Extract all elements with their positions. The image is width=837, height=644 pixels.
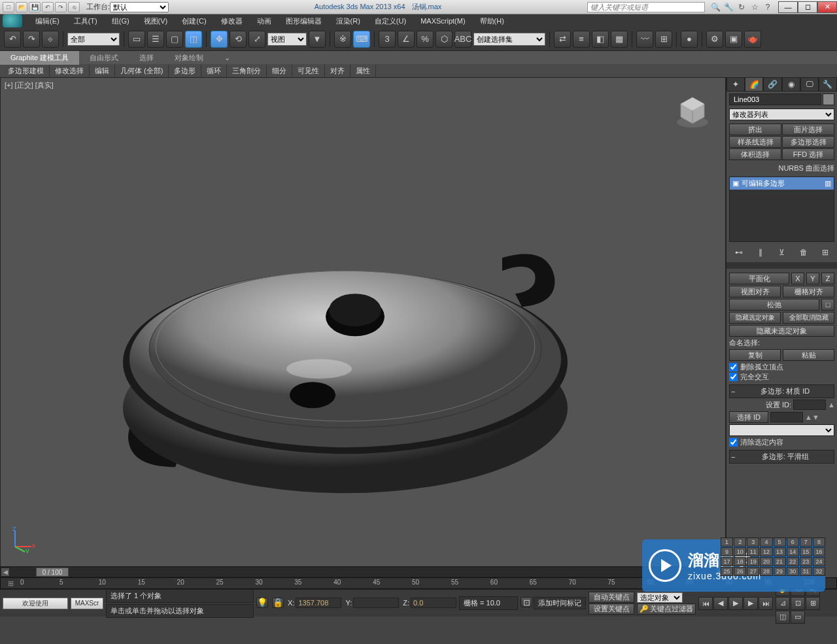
manipulate-icon[interactable]: ※ bbox=[334, 31, 351, 48]
smooth-group-cell[interactable]: 23 bbox=[800, 557, 812, 566]
modifier-stack[interactable]: ▣可编辑多边形 ▥ bbox=[729, 177, 834, 242]
redo-icon[interactable]: ↷ bbox=[23, 31, 40, 48]
smooth-group-cell[interactable]: 14 bbox=[787, 547, 799, 556]
close-button[interactable]: ✕ bbox=[817, 1, 837, 13]
smooth-group-cell[interactable]: 24 bbox=[813, 557, 825, 566]
full-interact-checkbox[interactable]: 完全交互 bbox=[729, 372, 834, 382]
minimize-button[interactable]: — bbox=[778, 1, 798, 13]
render-setup-icon[interactable]: ⚙ bbox=[706, 31, 723, 48]
clear-selection-checkbox[interactable]: 清除选定内容 bbox=[729, 437, 834, 447]
viewport-scrollbar[interactable]: ◀ 0 / 100 ▶ bbox=[0, 567, 726, 577]
smooth-group-cell[interactable]: 22 bbox=[787, 557, 799, 566]
planarize-button[interactable]: 平面化 bbox=[729, 273, 789, 284]
mirror-icon[interactable]: ⇄ bbox=[554, 31, 571, 48]
material-id-header[interactable]: −多边形: 材质 ID bbox=[729, 384, 834, 398]
keyboard-shortcut-icon[interactable]: ⌨ bbox=[353, 31, 370, 48]
scroll-left-icon[interactable]: ◀ bbox=[1, 568, 10, 577]
ribbon-sub-polymodel[interactable]: 多边形建模 bbox=[3, 65, 50, 77]
select-rotate-icon[interactable]: ⟲ bbox=[230, 31, 247, 48]
smooth-group-cell[interactable]: 5 bbox=[774, 537, 786, 547]
paste-sel-button[interactable]: 粘贴 bbox=[783, 349, 834, 361]
select-scale-icon[interactable]: ⤢ bbox=[248, 31, 265, 48]
star-icon[interactable]: ☆ bbox=[749, 2, 760, 12]
smooth-group-cell[interactable]: 17 bbox=[721, 557, 733, 566]
viewport[interactable]: [+] [正交] [真实] x z y bbox=[0, 77, 726, 567]
ribbon-tab-freeform[interactable]: 自由形式 bbox=[79, 51, 129, 65]
unhide-all-button[interactable]: 全部取消隐藏 bbox=[783, 312, 834, 324]
sel-btn-volume[interactable]: 体积选择 bbox=[729, 148, 781, 160]
cmd-tab-utilities-icon[interactable]: 🔧 bbox=[819, 77, 837, 92]
smooth-group-cell[interactable]: 6 bbox=[787, 537, 799, 547]
link-icon[interactable]: ⟐ bbox=[42, 31, 59, 48]
ref-coord-dropdown[interactable]: 视图 bbox=[267, 33, 307, 46]
material-editor-icon[interactable]: ● bbox=[681, 31, 698, 48]
key-mode-dropdown[interactable]: 选定对象 bbox=[637, 592, 683, 603]
help-icon[interactable]: ? bbox=[762, 2, 773, 12]
set-key-button[interactable]: 设置关键点 bbox=[589, 603, 634, 615]
axis-x-button[interactable]: X bbox=[791, 273, 804, 284]
key-filters-button[interactable]: 🔑关键点过滤器 bbox=[637, 603, 696, 615]
scroll-track[interactable]: 0 / 100 bbox=[10, 568, 716, 577]
make-unique-icon[interactable]: ⊻ bbox=[776, 246, 788, 258]
search-input[interactable] bbox=[587, 2, 705, 12]
menu-customize[interactable]: 自定义(U) bbox=[368, 15, 413, 27]
time-slider-thumb[interactable]: 0 / 100 bbox=[36, 568, 69, 577]
prev-frame-icon[interactable]: ◀ bbox=[713, 597, 728, 610]
hide-selected-button[interactable]: 隐藏选定对象 bbox=[729, 312, 781, 324]
ribbon-sub-modify-sel[interactable]: 修改选择 bbox=[50, 65, 90, 77]
menu-tools[interactable]: 工具(T) bbox=[67, 15, 104, 27]
smooth-group-cell[interactable]: 9 bbox=[721, 547, 733, 556]
relax-settings-button[interactable]: □ bbox=[821, 299, 834, 311]
x-coord-input[interactable] bbox=[296, 598, 341, 608]
maximize-button[interactable]: ◻ bbox=[798, 1, 817, 13]
smooth-group-cell[interactable]: 26 bbox=[734, 567, 746, 576]
zoom-all-icon[interactable]: ⊞ bbox=[806, 597, 820, 610]
qat-open-icon[interactable]: 📂 bbox=[16, 2, 27, 12]
isolate-icon[interactable]: ⊡ bbox=[521, 597, 532, 607]
smooth-group-cell[interactable]: 29 bbox=[774, 567, 786, 576]
menu-modifiers[interactable]: 修改器 bbox=[214, 15, 249, 27]
min-max-toggle-icon[interactable]: ◫ bbox=[776, 611, 790, 624]
key-icon[interactable]: 🔧 bbox=[723, 2, 734, 12]
configure-sets-icon[interactable]: ⊞ bbox=[819, 246, 831, 258]
goto-start-icon[interactable]: ⏮ bbox=[698, 597, 713, 610]
zoom-extents-icon[interactable]: ⊡ bbox=[791, 597, 805, 610]
smooth-group-cell[interactable]: 31 bbox=[800, 567, 812, 576]
smooth-group-cell[interactable]: 21 bbox=[774, 557, 786, 566]
edit-named-sel-icon[interactable]: ABC bbox=[454, 31, 471, 48]
named-selection-dropdown[interactable]: 创建选择集 bbox=[473, 33, 545, 46]
auto-key-button[interactable]: 自动关键点 bbox=[589, 592, 634, 603]
next-frame-icon[interactable]: ▶ bbox=[743, 597, 758, 610]
material-name-dropdown[interactable] bbox=[729, 424, 834, 436]
z-coord-input[interactable] bbox=[411, 598, 456, 608]
select-object-icon[interactable]: ▭ bbox=[128, 31, 145, 48]
app-logo-icon[interactable] bbox=[3, 14, 22, 27]
qat-redo-icon[interactable]: ↷ bbox=[55, 2, 67, 12]
layer-manager-icon[interactable]: ◧ bbox=[592, 31, 609, 48]
lock-selection-icon[interactable]: 💡 bbox=[256, 598, 268, 608]
selection-filter-dropdown[interactable]: 全部 bbox=[67, 33, 120, 46]
smooth-group-cell[interactable]: 20 bbox=[760, 557, 772, 566]
qat-undo-icon[interactable]: ↶ bbox=[42, 2, 54, 12]
ribbon-expand-icon[interactable]: ⌄ bbox=[214, 52, 241, 64]
smooth-group-cell[interactable]: 4 bbox=[760, 537, 772, 547]
smooth-group-cell[interactable]: 12 bbox=[760, 547, 772, 556]
select-id-spinner[interactable] bbox=[770, 412, 803, 422]
sel-btn-ffd[interactable]: FFD 选择 bbox=[782, 148, 834, 160]
add-time-tag-button[interactable]: 添加时间标记 bbox=[534, 597, 586, 609]
smooth-group-cell[interactable]: 1 bbox=[721, 537, 733, 547]
cmd-tab-motion-icon[interactable]: ◉ bbox=[782, 77, 800, 92]
pin-stack-icon[interactable]: ⊷ bbox=[733, 246, 745, 258]
goto-end-icon[interactable]: ⏭ bbox=[759, 597, 773, 610]
qat-link-icon[interactable]: ⎋ bbox=[68, 2, 80, 12]
smooth-group-cell[interactable]: 11 bbox=[747, 547, 759, 556]
angle-snap-icon[interactable]: ∠ bbox=[398, 31, 415, 48]
smooth-group-cell[interactable]: 16 bbox=[813, 547, 825, 556]
sel-btn-spline[interactable]: 样条线选择 bbox=[729, 136, 781, 148]
cmd-tab-hierarchy-icon[interactable]: 🔗 bbox=[763, 77, 781, 92]
smooth-group-cell[interactable]: 13 bbox=[774, 547, 786, 556]
play-icon[interactable]: ▶ bbox=[728, 597, 743, 610]
smooth-group-cell[interactable]: 7 bbox=[800, 537, 812, 547]
menu-views[interactable]: 视图(V) bbox=[137, 15, 175, 27]
ribbon-sub-properties[interactable]: 属性 bbox=[350, 65, 376, 77]
